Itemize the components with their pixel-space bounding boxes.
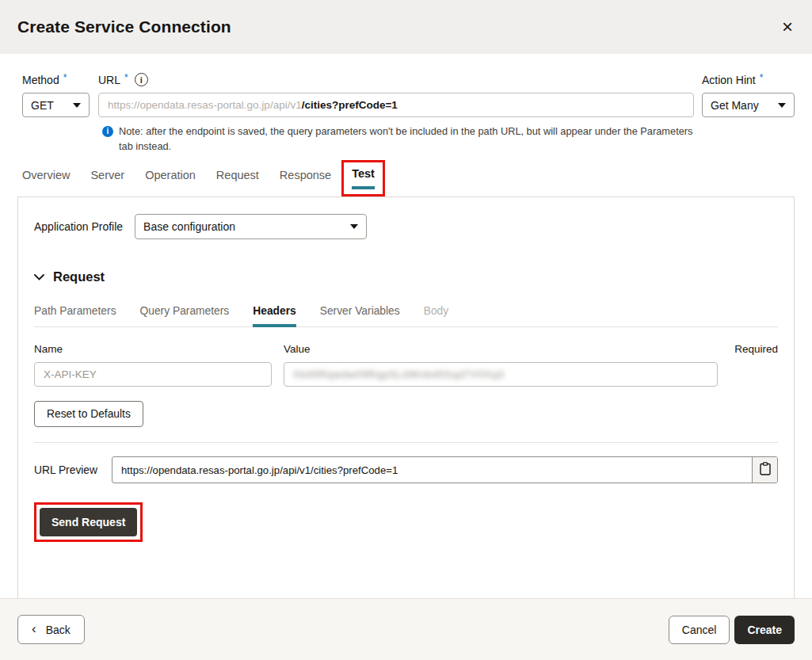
- clipboard-icon: [760, 462, 771, 479]
- connection-tabs: Overview Server Operation Request Respon…: [22, 160, 812, 196]
- chevron-left-icon: ‹: [32, 622, 36, 635]
- request-section-title: Request: [53, 269, 105, 284]
- tab-operation[interactable]: Operation: [145, 160, 196, 181]
- tab-server[interactable]: Server: [90, 160, 124, 181]
- back-button-label: Back: [46, 624, 71, 636]
- url-base-text: https://opendata.resas-portal.go.jp/api/…: [108, 99, 302, 111]
- method-select[interactable]: GET: [22, 93, 90, 117]
- test-tab-panel: Application Profile Base configuration R…: [17, 196, 795, 600]
- close-icon[interactable]: ×: [782, 17, 793, 36]
- url-path-text: /cities?prefCode=1: [302, 99, 398, 111]
- divider: [34, 442, 778, 443]
- dialog-header: Create Service Connection ×: [0, 0, 812, 54]
- tab-overview[interactable]: Overview: [22, 160, 70, 181]
- endpoint-form: Method * GET URL * i https://opendata.re…: [0, 54, 812, 154]
- request-section-header[interactable]: Request: [34, 269, 778, 284]
- chevron-down-icon: [350, 224, 358, 229]
- chevron-down-icon: [73, 103, 81, 108]
- table-row: Xb49Rqwdw09RqpSLdWnbd5Sqd7V0Xq3: [34, 362, 778, 387]
- annotation-highlight-box: Send Request: [34, 502, 143, 542]
- redacted-api-key-value: Xb49Rqwdw09RqpSLdWnbd5Sqd7V0Xq3: [293, 369, 505, 380]
- subtab-body: Body: [424, 305, 448, 326]
- action-hint-label: Action Hint *: [702, 74, 795, 86]
- selected-tab-underline: [352, 186, 375, 189]
- send-request-button[interactable]: Send Request: [40, 508, 137, 536]
- action-hint-select[interactable]: Get Many: [702, 93, 795, 117]
- create-button[interactable]: Create: [734, 616, 795, 644]
- url-preview-row: URL Preview https://opendata.resas-porta…: [34, 456, 778, 483]
- subtab-headers[interactable]: Headers: [253, 305, 295, 326]
- subtab-query-parameters[interactable]: Query Parameters: [140, 305, 230, 326]
- url-preview-label: URL Preview: [34, 464, 112, 476]
- url-input[interactable]: https://opendata.resas-portal.go.jp/api/…: [98, 93, 694, 117]
- required-asterisk: *: [760, 72, 764, 83]
- required-asterisk: *: [124, 72, 128, 83]
- note-text: Note: after the endpoint is saved, the q…: [119, 124, 695, 154]
- column-header-name: Name: [34, 343, 272, 355]
- info-icon: i: [102, 126, 113, 137]
- endpoint-note: i Note: after the endpoint is saved, the…: [102, 124, 695, 154]
- chevron-down-icon[interactable]: [34, 274, 44, 280]
- subtab-server-variables[interactable]: Server Variables: [320, 305, 400, 326]
- request-subtabs: Path Parameters Query Parameters Headers…: [34, 305, 778, 327]
- dialog-footer: ‹ Back Cancel Create: [0, 598, 812, 660]
- subtab-path-parameters[interactable]: Path Parameters: [34, 305, 116, 326]
- chevron-down-icon: [778, 103, 786, 108]
- cancel-button[interactable]: Cancel: [669, 616, 730, 644]
- back-button[interactable]: ‹ Back: [17, 615, 85, 644]
- headers-table-head: Name Value Required: [34, 343, 778, 355]
- annotation-highlight-box: Test: [341, 160, 385, 196]
- reset-to-defaults-button[interactable]: Reset to Defaults: [34, 401, 143, 427]
- copy-button[interactable]: [752, 457, 777, 483]
- tab-response[interactable]: Response: [280, 160, 331, 181]
- url-label: URL * i: [98, 73, 694, 86]
- column-header-required: Required: [734, 343, 778, 355]
- tab-test[interactable]: Test: [352, 167, 375, 180]
- header-value-input[interactable]: Xb49Rqwdw09RqpSLdWnbd5Sqd7V0Xq3: [284, 362, 718, 387]
- page-title: Create Service Connection: [17, 17, 231, 36]
- application-profile-label: Application Profile: [34, 220, 123, 233]
- url-preview-value: https://opendata.resas-portal.go.jp/api/…: [112, 457, 752, 483]
- method-label: Method *: [22, 74, 90, 86]
- header-name-input[interactable]: [34, 362, 272, 387]
- required-asterisk: *: [63, 72, 67, 83]
- tab-request[interactable]: Request: [216, 160, 259, 181]
- column-header-value: Value: [284, 343, 718, 355]
- application-profile-select[interactable]: Base configuration: [135, 214, 367, 239]
- info-icon[interactable]: i: [135, 73, 148, 86]
- url-preview-field: https://opendata.resas-portal.go.jp/api/…: [112, 456, 778, 483]
